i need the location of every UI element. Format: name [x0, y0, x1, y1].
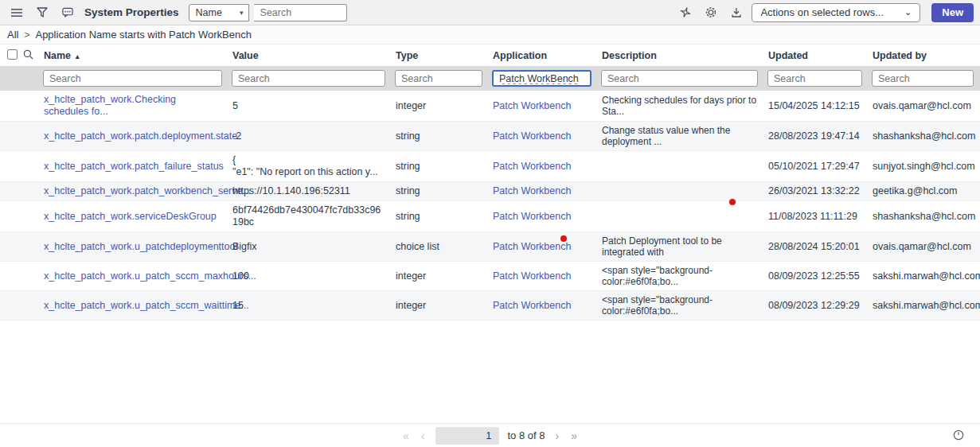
row-updated-by: ovais.qamar@hcl.com	[869, 91, 980, 122]
row-updated: 15/04/2025 14:12:15	[764, 91, 869, 122]
filter-value-input[interactable]	[232, 70, 385, 87]
breadcrumb-all[interactable]: All	[7, 29, 18, 41]
previous-page-button[interactable]: ‹	[420, 430, 427, 442]
row-updated-by: geetika.g@hcl.com	[869, 182, 980, 201]
row-name-link[interactable]: x_hclte_patch_work.u_patch_sccm_maxhours…	[44, 270, 256, 282]
row-updated-by: sakshi.marwah@hcl.com	[869, 262, 980, 291]
row-application-link[interactable]: Patch Workbench	[493, 300, 571, 311]
filter-description-input[interactable]	[601, 70, 758, 87]
row-type: integer	[392, 291, 489, 321]
breadcrumb-filter-condition[interactable]: Application Name starts with Patch WorkB…	[35, 29, 251, 41]
last-page-button[interactable]: »	[569, 430, 579, 442]
filter-icon[interactable]	[32, 2, 53, 23]
row-updated: 28/08/2024 15:20:01	[764, 232, 869, 262]
row-type: choice list	[392, 232, 489, 262]
new-button[interactable]: New	[931, 3, 974, 22]
row-name-link[interactable]: x_hclte_patch_work.u_patch_sccm_waittime…	[44, 300, 249, 311]
gear-icon[interactable]	[701, 2, 721, 23]
table-row[interactable]: x_hclte_patch_work.patch_workbench_serve…	[0, 182, 980, 201]
row-value: { "e1": "No report on this action y...	[228, 151, 392, 182]
row-updated: 26/03/2021 13:32:22	[764, 182, 869, 201]
row-value: 6bf74426db7e430047fc7db33c9619bc	[228, 201, 392, 232]
row-application-link[interactable]: Patch Workbench	[493, 241, 571, 252]
row-type: string	[392, 201, 489, 232]
row-updated: 11/08/2023 11:11:29	[764, 201, 869, 232]
row-updated-by: shashanksha@hcl.com	[869, 201, 980, 232]
filter-updated-by-input[interactable]	[872, 70, 974, 87]
top-toolbar: System Properties Name ▾ Actions on sele…	[0, 0, 980, 25]
row-updated: 28/08/2023 19:47:14	[764, 122, 869, 151]
table-row[interactable]: x_hclte_patch_work.u_patch_sccm_maxhours…	[0, 262, 980, 291]
row-name-link[interactable]: x_hclte_patch_work.u_patchdeploymenttool	[44, 241, 237, 252]
row-updated: 05/10/2021 17:29:47	[764, 151, 869, 182]
header-row: Name▲ Value Type Application Description…	[0, 45, 980, 66]
row-application-link[interactable]: Patch Workbench	[493, 100, 571, 111]
filter-name-input[interactable]	[43, 70, 222, 87]
row-type: string	[392, 122, 489, 151]
search-icon[interactable]	[23, 49, 33, 62]
row-description: <span style="background-color:#e6f0fa;bo…	[598, 262, 764, 291]
row-range-text: to 8 of 8	[508, 430, 545, 441]
table-row[interactable]: x_hclte_patch_work.Checking schedules fo…	[0, 91, 980, 122]
column-header-description[interactable]: Description	[598, 45, 764, 66]
chat-icon[interactable]	[57, 2, 78, 23]
column-header-application[interactable]: Application	[489, 45, 598, 66]
row-updated-by: shashanksha@hcl.com	[869, 122, 980, 151]
row-application-link[interactable]: Patch Workbench	[493, 185, 571, 196]
filter-application-input[interactable]	[492, 70, 592, 87]
list-footer: « ‹ to 8 of 8 › »	[0, 423, 980, 447]
row-type: string	[392, 182, 489, 201]
sparkle-icon[interactable]	[675, 2, 696, 23]
row-application-link[interactable]: Patch Workbench	[493, 161, 571, 172]
table-body: x_hclte_patch_work.Checking schedules fo…	[0, 91, 980, 321]
column-header-name[interactable]: Name▲	[40, 45, 228, 66]
pagination: « ‹ to 8 of 8 › »	[401, 427, 579, 445]
filter-type-input[interactable]	[395, 70, 482, 87]
breadcrumb-separator: >	[24, 29, 29, 41]
column-header-updated-by[interactable]: Updated by	[869, 45, 980, 66]
row-name-link[interactable]: x_hclte_patch_work.patch_workbench_serve…	[44, 185, 251, 196]
row-type: string	[392, 151, 489, 182]
row-description	[598, 151, 764, 182]
row-updated: 08/09/2023 12:25:55	[764, 262, 869, 291]
column-header-updated[interactable]: Updated	[764, 45, 869, 66]
row-updated-by: sakshi.marwah@hcl.com	[869, 291, 980, 321]
actions-dropdown[interactable]: Actions on selected rows... ⌄	[752, 3, 920, 22]
page-number-input[interactable]	[435, 427, 499, 445]
row-name-link[interactable]: x_hclte_patch_work.patch.deployment.stat…	[44, 130, 237, 142]
list-table-container: Name▲ Value Type Application Description…	[0, 45, 980, 423]
row-name-link[interactable]: x_hclte_patch_work.serviceDeskGroup	[44, 211, 217, 222]
list-search-input[interactable]	[254, 4, 347, 21]
select-all-checkbox[interactable]	[7, 49, 18, 60]
chevron-down-icon: ⌄	[904, 7, 912, 17]
system-properties-table: Name▲ Value Type Application Description…	[0, 45, 980, 321]
row-application-link[interactable]: Patch Workbench	[493, 270, 571, 282]
row-type: integer	[392, 91, 489, 122]
search-column-select[interactable]: Name ▾	[189, 4, 249, 21]
row-updated: 08/09/2023 12:29:29	[764, 291, 869, 321]
column-header-type[interactable]: Type	[392, 45, 489, 66]
next-page-button[interactable]: ›	[553, 430, 560, 442]
row-application-link[interactable]: Patch Workbench	[493, 211, 571, 222]
row-name-link[interactable]: x_hclte_patch_work.Checking schedules fo…	[44, 94, 176, 117]
first-page-button[interactable]: «	[401, 430, 411, 442]
breadcrumb: All > Application Name starts with Patch…	[0, 25, 980, 45]
table-row[interactable]: x_hclte_patch_work.u_patch_sccm_waittime…	[0, 291, 980, 321]
actions-dropdown-label: Actions on selected rows...	[760, 6, 884, 18]
column-header-value[interactable]: Value	[228, 45, 392, 66]
hamburger-menu-icon[interactable]	[6, 2, 27, 23]
page-title: System Properties	[84, 6, 179, 18]
table-row[interactable]: x_hclte_patch_work.patch_failure_status …	[0, 151, 980, 182]
download-icon[interactable]	[726, 2, 747, 23]
row-type: integer	[392, 262, 489, 291]
filter-updated-input[interactable]	[767, 70, 862, 87]
row-application-link[interactable]: Patch Workbench	[493, 130, 571, 142]
row-description	[598, 182, 764, 201]
table-row[interactable]: x_hclte_patch_work.patch.deployment.stat…	[0, 122, 980, 151]
table-row[interactable]: x_hclte_patch_work.serviceDeskGroup 6bf7…	[0, 201, 980, 232]
table-row[interactable]: x_hclte_patch_work.u_patchdeploymenttool…	[0, 232, 980, 262]
row-updated-by: ovais.qamar@hcl.com	[869, 232, 980, 262]
row-name-link[interactable]: x_hclte_patch_work.patch_failure_status	[44, 161, 224, 172]
row-description: <span style="background-color:#e6f0fa;bo…	[598, 291, 764, 321]
response-time-clock-icon[interactable]	[953, 430, 964, 443]
